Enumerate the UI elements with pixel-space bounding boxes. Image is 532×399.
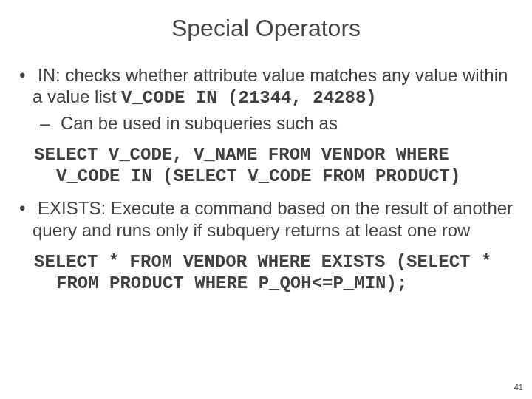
page-number: 41 xyxy=(514,383,523,392)
sub-bullet-item: Can be used in subqueries such as xyxy=(33,112,519,134)
bullet-list: IN: checks whether attribute value match… xyxy=(13,64,519,294)
code-block: SELECT * FROM VENDOR WHERE EXISTS (SELEC… xyxy=(13,251,519,295)
bullet-item: IN: checks whether attribute value match… xyxy=(13,64,519,134)
slide: Special Operators IN: checks whether att… xyxy=(0,0,532,399)
slide-title: Special Operators xyxy=(13,15,519,42)
sub-bullet-text: Can be used in subqueries such as xyxy=(61,113,338,133)
code-block: SELECT V_CODE, V_NAME FROM VENDOR WHERE … xyxy=(13,144,519,188)
bullet-item: EXISTS: Execute a command based on the r… xyxy=(13,197,519,241)
bullet-text: EXISTS: Execute a command based on the r… xyxy=(33,198,513,239)
sub-bullet-list: Can be used in subqueries such as xyxy=(33,112,519,134)
inline-code: V_CODE IN (21344, 24288) xyxy=(121,88,377,108)
